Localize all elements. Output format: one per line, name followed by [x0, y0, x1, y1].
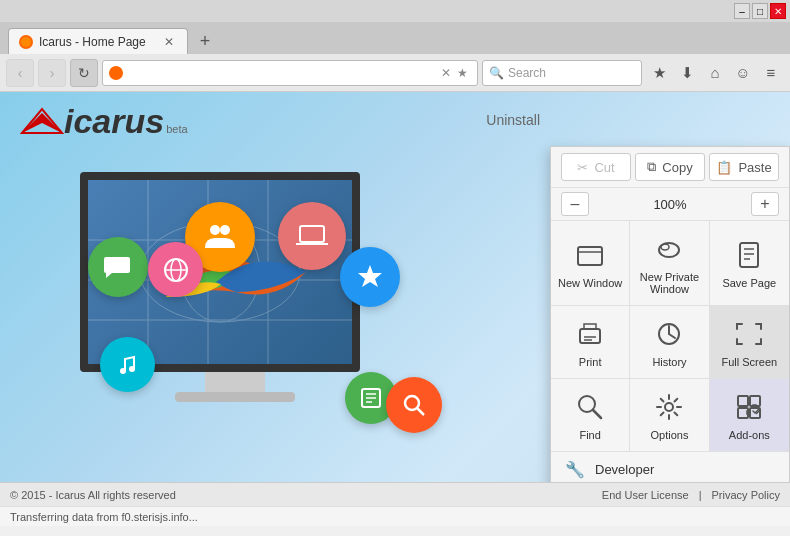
- cut-icon: ✂: [577, 160, 588, 175]
- svg-rect-42: [738, 396, 748, 406]
- svg-rect-16: [300, 226, 324, 242]
- paste-button[interactable]: 📋 Paste: [709, 153, 779, 181]
- cut-button[interactable]: ✂ Cut: [561, 153, 631, 181]
- paste-label: Paste: [738, 160, 771, 175]
- svg-line-40: [593, 410, 601, 418]
- privacy-policy-link[interactable]: Privacy Policy: [712, 489, 780, 501]
- end-user-license-link[interactable]: End User License: [602, 489, 689, 501]
- developer-label: Developer: [595, 462, 654, 477]
- full-screen-icon: [731, 316, 767, 352]
- svg-point-41: [665, 403, 673, 411]
- history-icon: [651, 316, 687, 352]
- svg-rect-27: [578, 247, 602, 265]
- copy-label: Copy: [662, 160, 692, 175]
- monitor-base: [175, 392, 295, 402]
- menu-edit-row: ✂ Cut ⧉ Copy 📋 Paste: [551, 147, 789, 188]
- address-clear-icon[interactable]: ✕: [441, 66, 455, 80]
- cut-label: Cut: [594, 160, 614, 175]
- full-screen-item[interactable]: Full Screen: [710, 306, 789, 378]
- dropdown-menu: ✂ Cut ⧉ Copy 📋 Paste – 100% +: [550, 146, 790, 482]
- menu-grid-row3: Find Options: [551, 379, 789, 452]
- svg-point-25: [405, 396, 419, 410]
- options-item[interactable]: Options: [630, 379, 709, 451]
- developer-item[interactable]: 🔧 Developer: [551, 452, 789, 482]
- bubble-chat: [88, 237, 148, 297]
- separator: |: [699, 489, 702, 501]
- download-icon[interactable]: ⬇: [674, 60, 700, 86]
- svg-point-20: [129, 366, 135, 372]
- svg-marker-18: [358, 265, 382, 287]
- find-item[interactable]: Find: [551, 379, 630, 451]
- history-label: History: [652, 356, 686, 368]
- tab-title: Icarus - Home Page: [39, 35, 146, 49]
- user-icon[interactable]: ☺: [730, 60, 756, 86]
- main-content: icarus beta Uninstall: [0, 92, 790, 482]
- bubble-globe: [148, 242, 203, 297]
- full-screen-label: Full Screen: [722, 356, 778, 368]
- status-bar: © 2015 - Icarus All rights reserved End …: [0, 482, 790, 506]
- zoom-row: – 100% +: [551, 188, 789, 221]
- uninstall-link[interactable]: Uninstall: [486, 112, 540, 128]
- status-links: End User License | Privacy Policy: [602, 489, 780, 501]
- new-private-window-item[interactable]: New PrivateWindow: [630, 221, 709, 305]
- history-item[interactable]: History: [630, 306, 709, 378]
- find-label: Find: [579, 429, 600, 441]
- reload-button[interactable]: ↻: [70, 59, 98, 87]
- address-bar[interactable]: ✕ ★: [102, 60, 478, 86]
- zoom-out-button[interactable]: –: [561, 192, 589, 216]
- address-favicon: [109, 66, 123, 80]
- navigation-bar: ‹ › ↻ ✕ ★ 🔍 Search ★ ⬇ ⌂ ☺ ≡: [0, 54, 790, 92]
- minimize-button[interactable]: –: [734, 3, 750, 19]
- svg-point-12: [220, 225, 230, 235]
- address-icons: ✕ ★: [441, 66, 471, 80]
- new-tab-button[interactable]: +: [192, 28, 218, 54]
- logo-icon: [20, 105, 64, 139]
- copyright-text: © 2015 - Icarus All rights reserved: [10, 489, 176, 501]
- logo-text: icarus: [64, 102, 164, 141]
- options-icon: [651, 389, 687, 425]
- save-page-label: Save Page: [722, 277, 776, 289]
- address-star-icon[interactable]: ★: [457, 66, 471, 80]
- search-placeholder: Search: [508, 66, 635, 80]
- save-page-item[interactable]: Save Page: [710, 221, 789, 305]
- tab-close-button[interactable]: ✕: [161, 34, 177, 50]
- logo-beta: beta: [166, 123, 187, 135]
- home-icon[interactable]: ⌂: [702, 60, 728, 86]
- print-label: Print: [579, 356, 602, 368]
- logo-area: icarus beta: [20, 102, 188, 141]
- new-window-item[interactable]: New Window: [551, 221, 630, 305]
- add-ons-label: Add-ons: [729, 429, 770, 441]
- copy-button[interactable]: ⧉ Copy: [635, 153, 705, 181]
- maximize-button[interactable]: □: [752, 3, 768, 19]
- back-button[interactable]: ‹: [6, 59, 34, 87]
- bubble-music: [100, 337, 155, 392]
- toolbar-icons: ★ ⬇ ⌂ ☺ ≡: [646, 60, 784, 86]
- print-icon: [572, 316, 608, 352]
- tab-favicon: [19, 35, 33, 49]
- close-button[interactable]: ✕: [770, 3, 786, 19]
- menu-grid-row2: Print History Full Screen: [551, 306, 789, 379]
- save-page-icon: [731, 237, 767, 273]
- bubble-laptop: [278, 202, 346, 270]
- bubble-search: [386, 377, 442, 433]
- zoom-in-button[interactable]: +: [751, 192, 779, 216]
- search-bar[interactable]: 🔍 Search: [482, 60, 642, 86]
- new-private-window-label: New PrivateWindow: [640, 271, 699, 295]
- copy-icon: ⧉: [647, 159, 656, 175]
- browser-tab[interactable]: Icarus - Home Page ✕: [8, 28, 188, 54]
- svg-point-30: [661, 244, 669, 250]
- developer-icon: 🔧: [565, 460, 585, 479]
- menu-icon[interactable]: ≡: [758, 60, 784, 86]
- print-item[interactable]: Print: [551, 306, 630, 378]
- svg-rect-35: [580, 329, 600, 343]
- add-ons-item[interactable]: Add-ons: [710, 379, 789, 451]
- tab-bar: Icarus - Home Page ✕ +: [0, 22, 790, 54]
- options-label: Options: [651, 429, 689, 441]
- bubble-star: [340, 247, 400, 307]
- svg-point-19: [120, 368, 126, 374]
- bookmark-icon[interactable]: ★: [646, 60, 672, 86]
- svg-marker-2: [22, 113, 62, 133]
- transfer-text: Transferring data from f0.sterisjs.info.…: [10, 511, 198, 523]
- new-window-label: New Window: [558, 277, 622, 289]
- forward-button[interactable]: ›: [38, 59, 66, 87]
